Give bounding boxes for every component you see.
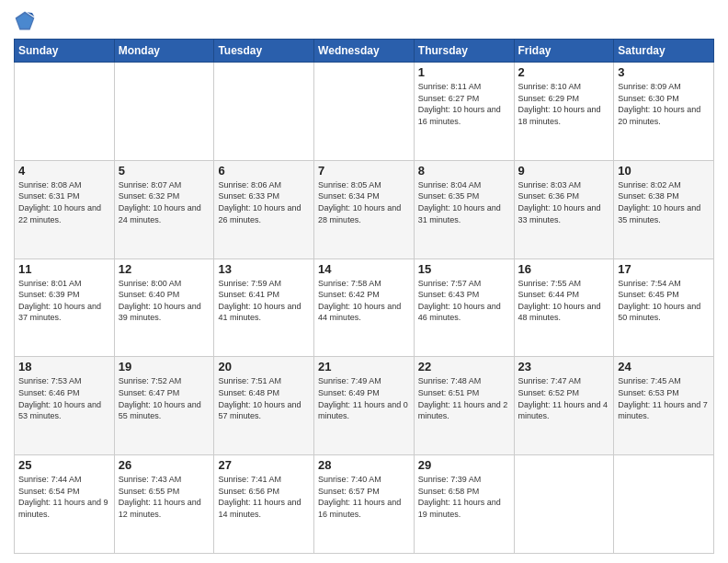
day-info: Sunrise: 7:45 AM Sunset: 6:53 PM Dayligh… (618, 375, 710, 421)
calendar-cell: 29Sunrise: 7:39 AM Sunset: 6:58 PM Dayli… (414, 455, 514, 554)
weekday-header-sunday: Sunday (15, 40, 115, 63)
day-info: Sunrise: 7:43 AM Sunset: 6:55 PM Dayligh… (119, 474, 210, 520)
calendar-cell: 5Sunrise: 8:07 AM Sunset: 6:32 PM Daylig… (114, 160, 214, 259)
day-number: 11 (18, 262, 110, 276)
calendar-cell: 24Sunrise: 7:45 AM Sunset: 6:53 PM Dayli… (614, 357, 714, 455)
day-info: Sunrise: 7:44 AM Sunset: 6:54 PM Dayligh… (18, 474, 110, 520)
calendar-cell (114, 63, 214, 161)
calendar-cell: 25Sunrise: 7:44 AM Sunset: 6:54 PM Dayli… (15, 455, 115, 554)
calendar-cell: 4Sunrise: 8:08 AM Sunset: 6:31 PM Daylig… (15, 160, 115, 259)
day-info: Sunrise: 8:08 AM Sunset: 6:31 PM Dayligh… (18, 179, 110, 225)
day-number: 14 (318, 262, 410, 276)
calendar-cell (214, 63, 314, 161)
day-info: Sunrise: 7:55 AM Sunset: 6:44 PM Dayligh… (518, 278, 610, 324)
calendar-cell: 11Sunrise: 8:01 AM Sunset: 6:39 PM Dayli… (15, 259, 115, 357)
day-info: Sunrise: 7:52 AM Sunset: 6:47 PM Dayligh… (119, 375, 210, 421)
calendar-cell: 20Sunrise: 7:51 AM Sunset: 6:48 PM Dayli… (214, 357, 314, 455)
day-info: Sunrise: 8:07 AM Sunset: 6:32 PM Dayligh… (119, 179, 210, 225)
day-info: Sunrise: 7:58 AM Sunset: 6:42 PM Dayligh… (318, 278, 410, 324)
day-info: Sunrise: 8:01 AM Sunset: 6:39 PM Dayligh… (18, 278, 110, 324)
day-info: Sunrise: 7:59 AM Sunset: 6:41 PM Dayligh… (218, 278, 310, 324)
day-number: 20 (218, 360, 310, 373)
day-info: Sunrise: 7:49 AM Sunset: 6:49 PM Dayligh… (318, 375, 410, 421)
day-info: Sunrise: 7:57 AM Sunset: 6:43 PM Dayligh… (418, 278, 510, 324)
calendar-cell: 26Sunrise: 7:43 AM Sunset: 6:55 PM Dayli… (114, 455, 214, 554)
calendar-cell: 8Sunrise: 8:04 AM Sunset: 6:35 PM Daylig… (414, 160, 514, 259)
calendar-cell (15, 63, 115, 161)
day-number: 19 (119, 360, 210, 373)
weekday-header-friday: Friday (514, 40, 614, 63)
day-number: 16 (518, 262, 610, 276)
calendar-cell: 9Sunrise: 8:03 AM Sunset: 6:36 PM Daylig… (514, 160, 614, 259)
calendar-cell: 19Sunrise: 7:52 AM Sunset: 6:47 PM Dayli… (114, 357, 214, 455)
calendar-cell: 23Sunrise: 7:47 AM Sunset: 6:52 PM Dayli… (514, 357, 614, 455)
calendar-cell: 13Sunrise: 7:59 AM Sunset: 6:41 PM Dayli… (214, 259, 314, 357)
weekday-header-saturday: Saturday (614, 40, 714, 63)
calendar-week-row: 4Sunrise: 8:08 AM Sunset: 6:31 PM Daylig… (15, 160, 714, 259)
day-info: Sunrise: 8:04 AM Sunset: 6:35 PM Dayligh… (418, 179, 510, 225)
calendar-cell: 2Sunrise: 8:10 AM Sunset: 6:29 PM Daylig… (514, 63, 614, 161)
day-info: Sunrise: 7:53 AM Sunset: 6:46 PM Dayligh… (18, 375, 110, 421)
day-info: Sunrise: 8:02 AM Sunset: 6:38 PM Dayligh… (618, 179, 710, 225)
day-info: Sunrise: 7:47 AM Sunset: 6:52 PM Dayligh… (518, 375, 610, 421)
day-number: 8 (418, 164, 510, 178)
calendar-cell: 28Sunrise: 7:40 AM Sunset: 6:57 PM Dayli… (314, 455, 415, 554)
day-number: 1 (418, 65, 510, 79)
day-info: Sunrise: 8:00 AM Sunset: 6:40 PM Dayligh… (119, 278, 210, 324)
calendar-cell: 12Sunrise: 8:00 AM Sunset: 6:40 PM Dayli… (114, 259, 214, 357)
weekday-header-thursday: Thursday (414, 40, 514, 63)
calendar-week-row: 25Sunrise: 7:44 AM Sunset: 6:54 PM Dayli… (15, 455, 714, 554)
calendar-cell: 27Sunrise: 7:41 AM Sunset: 6:56 PM Dayli… (214, 455, 314, 554)
logo-icon (14, 9, 36, 31)
calendar-cell: 3Sunrise: 8:09 AM Sunset: 6:30 PM Daylig… (614, 63, 714, 161)
logo (14, 9, 38, 31)
page: SundayMondayTuesdayWednesdayThursdayFrid… (0, 0, 728, 563)
day-info: Sunrise: 7:40 AM Sunset: 6:57 PM Dayligh… (318, 474, 410, 520)
calendar-week-row: 11Sunrise: 8:01 AM Sunset: 6:39 PM Dayli… (15, 259, 714, 357)
calendar-cell (314, 63, 415, 161)
weekday-header-row: SundayMondayTuesdayWednesdayThursdayFrid… (15, 40, 714, 63)
header (14, 9, 714, 31)
day-number: 9 (518, 164, 610, 178)
calendar-cell: 21Sunrise: 7:49 AM Sunset: 6:49 PM Dayli… (314, 357, 415, 455)
calendar-cell: 15Sunrise: 7:57 AM Sunset: 6:43 PM Dayli… (414, 259, 514, 357)
day-info: Sunrise: 7:51 AM Sunset: 6:48 PM Dayligh… (218, 375, 310, 421)
day-info: Sunrise: 8:06 AM Sunset: 6:33 PM Dayligh… (218, 179, 310, 225)
day-number: 28 (318, 458, 410, 472)
weekday-header-wednesday: Wednesday (314, 40, 415, 63)
calendar-cell: 1Sunrise: 8:11 AM Sunset: 6:27 PM Daylig… (414, 63, 514, 161)
calendar-cell: 18Sunrise: 7:53 AM Sunset: 6:46 PM Dayli… (15, 357, 115, 455)
day-number: 10 (618, 164, 710, 178)
calendar-week-row: 18Sunrise: 7:53 AM Sunset: 6:46 PM Dayli… (15, 357, 714, 455)
day-info: Sunrise: 7:48 AM Sunset: 6:51 PM Dayligh… (418, 375, 510, 421)
calendar-cell (614, 455, 714, 554)
calendar-week-row: 1Sunrise: 8:11 AM Sunset: 6:27 PM Daylig… (15, 63, 714, 161)
weekday-header-monday: Monday (114, 40, 214, 63)
day-number: 21 (318, 360, 410, 373)
weekday-header-tuesday: Tuesday (214, 40, 314, 63)
day-info: Sunrise: 7:54 AM Sunset: 6:45 PM Dayligh… (618, 278, 710, 324)
day-number: 17 (618, 262, 710, 276)
day-number: 2 (518, 65, 610, 79)
day-number: 24 (618, 360, 710, 373)
calendar-cell: 10Sunrise: 8:02 AM Sunset: 6:38 PM Dayli… (614, 160, 714, 259)
calendar-cell (514, 455, 614, 554)
day-number: 18 (18, 360, 110, 373)
day-number: 5 (119, 164, 210, 178)
calendar-cell: 6Sunrise: 8:06 AM Sunset: 6:33 PM Daylig… (214, 160, 314, 259)
day-number: 26 (119, 458, 210, 472)
day-info: Sunrise: 7:41 AM Sunset: 6:56 PM Dayligh… (218, 474, 310, 520)
calendar-cell: 17Sunrise: 7:54 AM Sunset: 6:45 PM Dayli… (614, 259, 714, 357)
day-info: Sunrise: 7:39 AM Sunset: 6:58 PM Dayligh… (418, 474, 510, 520)
calendar-cell: 16Sunrise: 7:55 AM Sunset: 6:44 PM Dayli… (514, 259, 614, 357)
day-number: 29 (418, 458, 510, 472)
day-number: 7 (318, 164, 410, 178)
day-info: Sunrise: 8:05 AM Sunset: 6:34 PM Dayligh… (318, 179, 410, 225)
day-number: 12 (119, 262, 210, 276)
day-info: Sunrise: 8:03 AM Sunset: 6:36 PM Dayligh… (518, 179, 610, 225)
day-info: Sunrise: 8:09 AM Sunset: 6:30 PM Dayligh… (618, 81, 710, 127)
calendar-table: SundayMondayTuesdayWednesdayThursdayFrid… (14, 39, 714, 554)
calendar-cell: 7Sunrise: 8:05 AM Sunset: 6:34 PM Daylig… (314, 160, 415, 259)
day-number: 13 (218, 262, 310, 276)
calendar-cell: 22Sunrise: 7:48 AM Sunset: 6:51 PM Dayli… (414, 357, 514, 455)
